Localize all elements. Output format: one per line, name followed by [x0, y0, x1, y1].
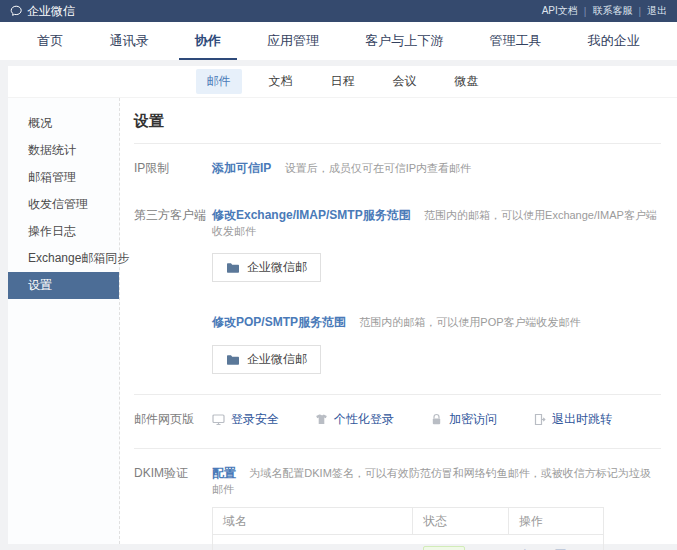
monitor-icon — [212, 413, 225, 426]
sidebar-item-overview[interactable]: 概况 — [8, 110, 119, 137]
tab-mail[interactable]: 邮件 — [196, 69, 242, 94]
dkim-domain-table: 域名 状态 操作 988666.club 已验证 查看配置 — [212, 507, 604, 550]
section-third-party-client: 第三方客户端 修改Exchange/IMAP/SMTP服务范围 范围内的邮箱，可… — [134, 207, 661, 374]
sidebar-item-statistics[interactable]: 数据统计 — [8, 137, 119, 164]
pop-scope-hint: 范围内的邮箱，可以使用POP客户端收发邮件 — [359, 316, 580, 328]
status-badge: 已验证 — [423, 546, 465, 550]
section-webmail: 邮件网页版 登录安全 — [134, 411, 661, 428]
separator: | — [638, 6, 641, 17]
app-logo: 企业微信 — [10, 3, 75, 20]
domain-cell: 988666.club — [213, 535, 413, 550]
nav-item-my-company[interactable]: 我的企业 — [588, 22, 640, 60]
header-status: 状态 — [413, 508, 509, 535]
group-webmail: 邮件网页版 登录安全 — [134, 395, 661, 449]
add-trusted-ip-link[interactable]: 添加可信IP — [212, 161, 271, 175]
group-dkim: DKIM验证 配置 为域名配置DKIM签名，可以有效防范仿冒和网络钓鱼邮件，或被… — [134, 449, 661, 550]
tab-docs[interactable]: 文档 — [258, 69, 304, 94]
section-ip-limit: IP限制 添加可信IP 设置后，成员仅可在可信IP内查看邮件 — [134, 160, 661, 177]
exchange-block: 修改Exchange/IMAP/SMTP服务范围 范围内的邮箱，可以使用Exch… — [212, 207, 661, 282]
topbar-link-contact-support[interactable]: 联系客服 — [592, 4, 632, 18]
modify-pop-scope-link[interactable]: 修改POP/SMTP服务范围 — [212, 315, 346, 329]
tab-drive[interactable]: 微盘 — [444, 69, 490, 94]
page-title: 设置 — [134, 112, 661, 144]
nav-item-home[interactable]: 首页 — [37, 22, 63, 60]
logout-redirect-link[interactable]: 退出时跳转 — [533, 411, 612, 428]
wecom-mail-button-pop[interactable]: 企业微信邮 — [212, 345, 321, 374]
topbar: 企业微信 API文档 | 联系客服 | 退出 — [0, 0, 677, 22]
main-nav: 首页 通讯录 协作 应用管理 客户与上下游 管理工具 我的企业 — [0, 22, 677, 60]
sidebar-item-exchange-sync[interactable]: Exchange邮箱同步 — [8, 245, 119, 272]
login-security-link[interactable]: 登录安全 — [212, 411, 279, 428]
wecom-mail-button-exchange[interactable]: 企业微信邮 — [212, 253, 321, 282]
nav-item-customers[interactable]: 客户与上下游 — [365, 22, 443, 60]
sidebar-item-send-receive[interactable]: 收发信管理 — [8, 191, 119, 218]
modify-exchange-scope-link[interactable]: 修改Exchange/IMAP/SMTP服务范围 — [212, 208, 411, 222]
nav-item-app-management[interactable]: 应用管理 — [267, 22, 319, 60]
third-party-client-label: 第三方客户端 — [134, 207, 212, 374]
settings-content: 设置 IP限制 添加可信IP 设置后，成员仅可在可信IP内查看邮件 第三方客户端… — [120, 98, 677, 544]
header-action: 操作 — [509, 508, 604, 535]
nav-item-collaboration[interactable]: 协作 — [195, 22, 221, 60]
section-dkim: DKIM验证 配置 为域名配置DKIM签名，可以有效防范仿冒和网络钓鱼邮件，或被… — [134, 465, 661, 550]
content-panel: 邮件 文档 日程 会议 微盘 概况 数据统计 邮箱管理 收发信管理 操作日志 E… — [8, 66, 677, 544]
table-header-row: 域名 状态 操作 — [213, 508, 604, 535]
folder-icon — [226, 354, 240, 366]
dkim-label: DKIM验证 — [134, 465, 212, 550]
topbar-link-logout[interactable]: 退出 — [647, 4, 667, 18]
table-row: 988666.club 已验证 查看配置 — [213, 535, 604, 550]
chat-bubble-icon — [10, 5, 23, 18]
sidebar-item-settings[interactable]: 设置 — [8, 272, 119, 299]
topbar-link-api-docs[interactable]: API文档 — [542, 4, 578, 18]
encrypted-access-link[interactable]: 加密访问 — [430, 411, 497, 428]
nav-item-admin-tools[interactable]: 管理工具 — [490, 22, 542, 60]
sidebar-item-mailbox-management[interactable]: 邮箱管理 — [8, 164, 119, 191]
collab-tabstrip: 邮件 文档 日程 会议 微盘 — [8, 66, 677, 98]
webmail-label: 邮件网页版 — [134, 411, 212, 428]
wecom-mail-button-label: 企业微信邮 — [247, 351, 307, 368]
header-domain: 域名 — [213, 508, 413, 535]
topbar-links: API文档 | 联系客服 | 退出 — [542, 4, 667, 18]
tab-meeting[interactable]: 会议 — [382, 69, 428, 94]
pop-block: 修改POP/SMTP服务范围 范围内的邮箱，可以使用POP客户端收发邮件 企业微… — [212, 314, 661, 374]
sidebar-item-operation-log[interactable]: 操作日志 — [8, 218, 119, 245]
webmail-links: 登录安全 个性化登录 — [212, 411, 661, 428]
ip-limit-hint: 设置后，成员仅可在可信IP内查看邮件 — [285, 162, 471, 174]
dkim-hint: 为域名配置DKIM签名，可以有效防范仿冒和网络钓鱼邮件，或被收信方标记为垃圾邮件 — [212, 467, 651, 495]
nav-item-contacts[interactable]: 通讯录 — [109, 22, 148, 60]
panel-body: 概况 数据统计 邮箱管理 收发信管理 操作日志 Exchange邮箱同步 设置 … — [8, 98, 677, 544]
exit-icon — [533, 413, 546, 426]
tab-calendar[interactable]: 日程 — [320, 69, 366, 94]
dkim-configure-link[interactable]: 配置 — [212, 466, 236, 480]
group-clients: IP限制 添加可信IP 设置后，成员仅可在可信IP内查看邮件 第三方客户端 修改… — [134, 144, 661, 395]
separator: | — [584, 6, 587, 17]
personalized-login-link[interactable]: 个性化登录 — [315, 411, 394, 428]
wecom-mail-button-label: 企业微信邮 — [247, 259, 307, 276]
mail-sidebar: 概况 数据统计 邮箱管理 收发信管理 操作日志 Exchange邮箱同步 设置 — [8, 98, 120, 544]
ip-limit-label: IP限制 — [134, 160, 212, 177]
tshirt-icon — [315, 413, 328, 426]
lock-icon — [430, 413, 443, 426]
folder-icon — [226, 262, 240, 274]
app-logo-text: 企业微信 — [27, 3, 75, 20]
